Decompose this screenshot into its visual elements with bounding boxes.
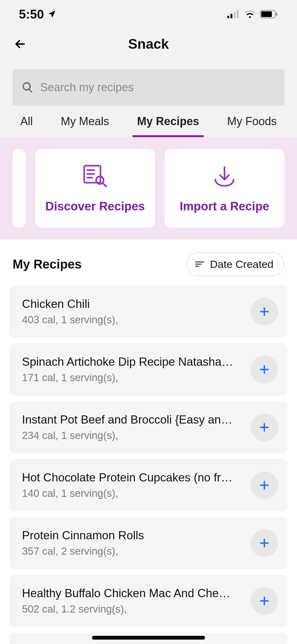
battery-icon — [260, 10, 278, 18]
action-card-prev-sliver[interactable] — [13, 149, 26, 228]
header: Snack — [0, 28, 297, 60]
tabs: All My Meals My Recipes My Foods — [0, 106, 297, 137]
home-indicator[interactable] — [92, 636, 205, 640]
tab-my-foods[interactable]: My Foods — [223, 106, 281, 137]
add-recipe-button[interactable] — [251, 356, 278, 383]
section-title: My Recipes — [13, 257, 82, 271]
recipe-detail: 171 cal, 1 serving(s), — [22, 372, 244, 384]
recipe-row[interactable]: Healthy Buffalo Chicken Mac And Che… 502… — [9, 575, 288, 627]
recipe-text: Chicken Chili 403 cal, 1 serving(s), — [22, 297, 244, 326]
tab-all[interactable]: All — [16, 106, 37, 137]
plus-icon — [258, 421, 271, 434]
search-input[interactable] — [40, 81, 276, 94]
recipe-name: Hot Chocolate Protein Cupcakes (no fr… — [22, 471, 244, 484]
discover-recipes-card[interactable]: Discover Recipes — [35, 149, 155, 228]
back-button[interactable] — [11, 35, 29, 53]
import-recipe-icon — [211, 164, 238, 188]
recipe-row[interactable]: Hot Chocolate Protein Cupcakes (no fr… 1… — [9, 459, 288, 511]
cellular-icon — [227, 10, 240, 18]
recipe-text: Healthy Buffalo Chicken Mac And Che… 502… — [22, 587, 244, 615]
recipe-name: Protein Cinnamon Rolls — [22, 529, 244, 542]
recipe-text: Spinach Artichoke Dip Recipe Natasha… 17… — [22, 355, 244, 384]
wifi-icon — [244, 10, 256, 18]
sort-icon — [195, 261, 204, 268]
discover-recipes-label: Discover Recipes — [46, 200, 145, 213]
svg-rect-5 — [261, 11, 272, 17]
search-icon — [21, 81, 34, 94]
recipe-text: Protein Cinnamon Rolls 357 cal, 2 servin… — [22, 529, 244, 557]
status-time-group: 5:50 — [19, 7, 57, 21]
recipe-row[interactable]: Protein Cinnamon Rolls 357 cal, 2 servin… — [9, 517, 288, 569]
recipe-row[interactable]: Instant Pot Beef and Broccoli {Easy an… … — [9, 401, 288, 453]
recipe-detail: 403 cal, 1 serving(s), — [22, 314, 244, 326]
status-bar: 5:50 — [0, 0, 297, 28]
page-title: Snack — [128, 36, 169, 52]
recipe-detail: 234 cal, 1 serving(s), — [22, 430, 244, 441]
search-box[interactable] — [13, 69, 284, 106]
section-header: My Recipes Date Created — [0, 240, 297, 286]
recipe-detail: 357 cal, 2 serving(s), — [22, 545, 244, 557]
plus-icon — [258, 363, 271, 376]
plus-icon — [258, 595, 271, 607]
svg-rect-6 — [276, 13, 277, 16]
svg-rect-3 — [237, 10, 239, 18]
status-indicators — [227, 10, 278, 18]
plus-icon — [258, 305, 271, 318]
svg-rect-1 — [230, 14, 232, 18]
recipe-list: Chicken Chili 403 cal, 1 serving(s), Spi… — [0, 286, 297, 644]
recipe-name: Instant Pot Beef and Broccoli {Easy an… — [22, 413, 244, 426]
add-recipe-button[interactable] — [251, 529, 278, 557]
recipe-detail: 140 cal, 1 serving(s), — [22, 487, 244, 499]
recipe-detail: 502 cal, 1.2 serving(s), — [22, 603, 244, 615]
status-time: 5:50 — [19, 7, 44, 21]
sort-button[interactable]: Date Created — [186, 252, 284, 276]
location-icon — [47, 9, 57, 19]
recipe-text: Instant Pot Beef and Broccoli {Easy an… … — [22, 413, 244, 441]
svg-rect-0 — [227, 16, 229, 18]
add-recipe-button[interactable] — [251, 414, 278, 441]
action-band: Discover Recipes Import a Recipe — [0, 137, 297, 240]
discover-recipes-icon — [82, 164, 109, 188]
tab-my-recipes[interactable]: My Recipes — [132, 106, 203, 137]
plus-icon — [258, 537, 271, 549]
tab-my-meals[interactable]: My Meals — [56, 106, 113, 137]
recipe-name: Chicken Chili — [22, 297, 244, 311]
import-recipe-card[interactable]: Import a Recipe — [165, 149, 284, 228]
add-recipe-button[interactable] — [251, 471, 278, 499]
recipe-text: Hot Chocolate Protein Cupcakes (no fr… 1… — [22, 471, 244, 499]
svg-rect-2 — [234, 12, 235, 18]
svg-line-12 — [103, 183, 106, 186]
add-recipe-button[interactable] — [251, 298, 278, 325]
recipe-name: Spinach Artichoke Dip Recipe Natasha… — [22, 355, 244, 369]
add-recipe-button[interactable] — [251, 587, 278, 615]
sort-label: Date Created — [210, 258, 273, 270]
recipe-name: Healthy Buffalo Chicken Mac And Che… — [22, 587, 244, 600]
arrow-left-icon — [13, 37, 27, 51]
import-recipe-label: Import a Recipe — [180, 200, 269, 213]
recipe-row[interactable]: Spinach Artichoke Dip Recipe Natasha… 17… — [9, 343, 288, 396]
plus-icon — [258, 479, 271, 491]
search-wrap — [0, 60, 297, 106]
recipe-row[interactable]: Chicken Chili 403 cal, 1 serving(s), — [9, 286, 288, 338]
